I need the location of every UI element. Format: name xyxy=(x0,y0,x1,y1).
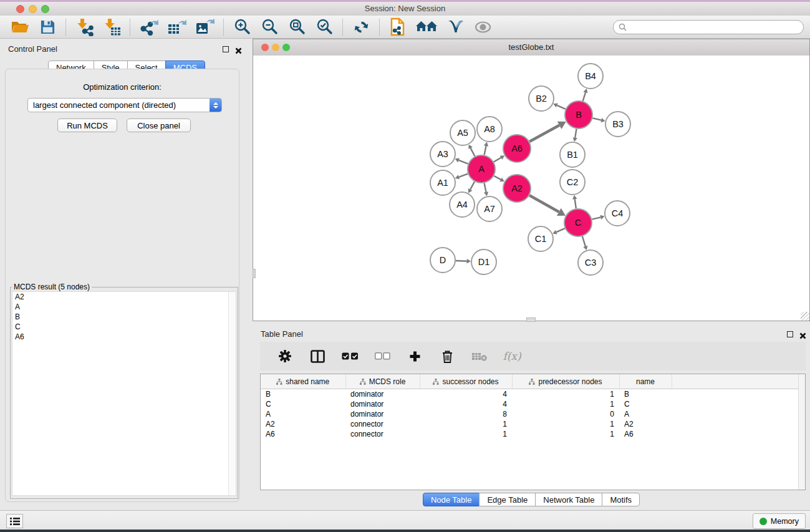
table-cell[interactable]: A2 xyxy=(261,419,345,429)
graph-edge-A-A5[interactable] xyxy=(471,148,475,156)
export-table-button[interactable] xyxy=(163,17,191,37)
select-all-columns-button[interactable] xyxy=(334,346,366,366)
optimization-criterion-dropdown[interactable]: largest connected component (directed) xyxy=(27,98,222,112)
table-cell[interactable]: 0 xyxy=(512,409,619,419)
table-cell[interactable]: A xyxy=(261,409,345,419)
network-left-sash[interactable] xyxy=(253,269,256,278)
table-cell[interactable]: B xyxy=(261,389,345,400)
zoom-fit-button[interactable] xyxy=(283,17,311,37)
import-table-button[interactable] xyxy=(98,17,125,37)
mcds-result-item[interactable]: A xyxy=(12,302,236,312)
column-header-name[interactable]: name xyxy=(619,374,672,389)
export-network-button[interactable] xyxy=(135,17,163,37)
mcds-result-list[interactable]: A2ABCA6 xyxy=(12,291,236,496)
delete-column-button[interactable] xyxy=(431,346,463,366)
table-cell[interactable]: 1 xyxy=(512,399,619,409)
show-all-nodes-button[interactable] xyxy=(412,17,441,37)
vizmapper-button[interactable] xyxy=(441,17,469,37)
search-input[interactable] xyxy=(630,21,803,32)
control-panel-close-icon[interactable] xyxy=(235,46,242,57)
table-cell[interactable]: dominator xyxy=(345,409,420,419)
zoom-out-button[interactable] xyxy=(256,17,283,37)
table-cell[interactable]: A6 xyxy=(619,429,672,439)
tab-motifs[interactable]: Motifs xyxy=(602,493,640,506)
graph-edge-A-A3[interactable] xyxy=(459,160,468,164)
import-network-button[interactable] xyxy=(70,17,98,37)
table-settings-button[interactable] xyxy=(269,346,301,366)
graph-edge-A-A2[interactable] xyxy=(494,176,501,180)
graph-edge-B-B3[interactable] xyxy=(592,118,601,120)
search-field[interactable] xyxy=(613,20,804,34)
table-panel-float-icon[interactable] xyxy=(787,331,793,337)
mcds-result-item[interactable]: A2 xyxy=(12,292,236,302)
table-cell[interactable]: dominator xyxy=(345,389,420,400)
delete-table-button[interactable] xyxy=(463,346,496,366)
table-cell[interactable]: 1 xyxy=(420,429,512,439)
network-canvas[interactable]: B4B2BB3A5A8A6A3B1AA1C2A2A4A7C4CC1C3DD1 xyxy=(253,56,809,321)
column-header-MCDS-role[interactable]: MCDS role xyxy=(345,374,420,389)
apply-layout-button[interactable] xyxy=(347,17,375,37)
graph-edge-C-C3[interactable] xyxy=(582,236,586,246)
unselect-all-columns-button[interactable] xyxy=(366,346,398,366)
table-scrollbar[interactable] xyxy=(798,374,805,490)
tab-node-table[interactable]: Node Table xyxy=(423,493,480,506)
network-graph[interactable]: B4B2BB3A5A8A6A3B1AA1C2A2A4A7C4CC1C3DD1 xyxy=(253,56,809,321)
table-cell[interactable]: connector xyxy=(345,429,420,439)
save-session-button[interactable] xyxy=(34,17,61,37)
mcds-result-item[interactable]: A6 xyxy=(12,332,236,342)
graph-edge-C-C2[interactable] xyxy=(575,199,576,208)
run-mcds-button[interactable]: Run MCDS xyxy=(57,118,117,132)
hide-selected-button[interactable] xyxy=(469,17,496,37)
table-cell[interactable]: 8 xyxy=(420,409,512,419)
graph-edge-B-B4[interactable] xyxy=(583,92,586,101)
export-image-button[interactable] xyxy=(191,17,219,37)
mcds-result-item[interactable]: B xyxy=(12,312,236,322)
table-cell[interactable]: 1 xyxy=(512,389,619,400)
table-cell[interactable]: connector xyxy=(345,419,420,429)
table-row[interactable]: A6connector11A6 xyxy=(261,429,805,439)
table-cell[interactable]: A xyxy=(619,409,672,419)
zoom-selected-button[interactable] xyxy=(311,17,338,37)
tab-edge-table[interactable]: Edge Table xyxy=(479,493,536,506)
graph-edge-A-A6[interactable] xyxy=(494,158,501,162)
show-column-panel-button[interactable] xyxy=(301,346,334,366)
column-header-successor-nodes[interactable]: successor nodes xyxy=(420,374,512,389)
table-cell[interactable]: C xyxy=(261,399,345,409)
task-history-button[interactable] xyxy=(6,514,23,528)
graph-edge-C-C4[interactable] xyxy=(592,217,600,219)
graph-edge-D-D1[interactable] xyxy=(456,261,467,261)
graph-edge-B-B2[interactable] xyxy=(557,105,566,109)
graph-edge-C-C1[interactable] xyxy=(556,228,565,232)
graph-edge-A-A1[interactable] xyxy=(459,174,468,177)
close-panel-button[interactable]: Close panel xyxy=(127,118,191,132)
table-cell[interactable]: C xyxy=(619,399,672,409)
mcds-result-item[interactable]: C xyxy=(12,322,236,332)
graph-edge-A-A8[interactable] xyxy=(485,146,486,155)
table-row[interactable]: Adominator80A xyxy=(261,409,805,419)
graph-edge-A-A4[interactable] xyxy=(470,181,475,190)
network-resize-grip[interactable] xyxy=(801,312,809,321)
table-cell[interactable]: 4 xyxy=(420,389,512,400)
table-row[interactable]: Cdominator41C xyxy=(261,399,805,409)
function-builder-button[interactable]: f(x) xyxy=(496,346,528,366)
create-column-button[interactable] xyxy=(398,346,431,366)
graph-edge-A6-B[interactable] xyxy=(529,125,559,142)
table-cell[interactable]: 1 xyxy=(512,419,619,429)
network-bottom-sash[interactable] xyxy=(526,317,536,322)
table-cell[interactable]: dominator xyxy=(345,399,420,409)
column-header-predecessor-nodes[interactable]: predecessor nodes xyxy=(512,374,619,389)
tab-network-table[interactable]: Network Table xyxy=(535,493,602,506)
new-network-from-selection-button[interactable] xyxy=(384,17,412,37)
table-row[interactable]: A2connector11A2 xyxy=(261,419,805,429)
table-panel-close-icon[interactable] xyxy=(799,331,806,342)
table-row[interactable]: Bdominator41B xyxy=(261,389,805,400)
graph-edge-A2-C[interactable] xyxy=(529,195,559,212)
table-cell[interactable]: A6 xyxy=(261,429,345,439)
table-cell[interactable]: 1 xyxy=(420,419,512,429)
graph-edge-A-A7[interactable] xyxy=(485,183,486,193)
memory-button[interactable]: Memory xyxy=(753,513,806,529)
open-session-button[interactable] xyxy=(6,17,34,37)
mcds-result-scrollbar[interactable] xyxy=(228,292,236,495)
table-cell[interactable]: 1 xyxy=(512,429,619,439)
control-panel-float-icon[interactable] xyxy=(223,46,229,52)
